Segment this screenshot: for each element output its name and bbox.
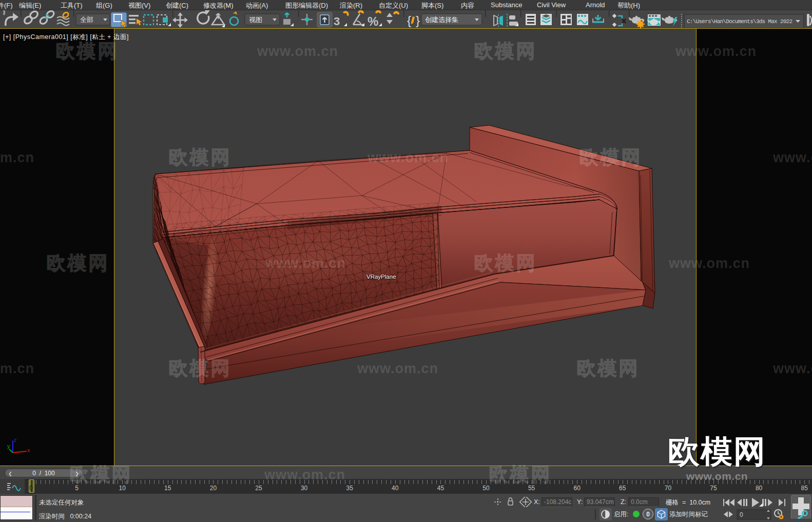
svg-text:3: 3 [334, 15, 340, 28]
svg-text:视图: 视图 [249, 16, 262, 24]
svg-text:全部: 全部 [80, 16, 93, 24]
svg-text:y: y [7, 443, 10, 449]
svg-text:}: } [416, 13, 420, 27]
svg-text:{: { [407, 13, 411, 27]
svg-text:x: x [27, 447, 30, 453]
svg-text:创建选择集: 创建选择集 [425, 16, 458, 24]
svg-text:%: % [368, 14, 378, 28]
svg-text:z: z [14, 437, 17, 443]
svg-text:C:\Users\Han\Documents\3ds Max: C:\Users\Han\Documents\3ds Max 2022 [687, 18, 792, 25]
svg-text:0: 0 [740, 511, 743, 518]
